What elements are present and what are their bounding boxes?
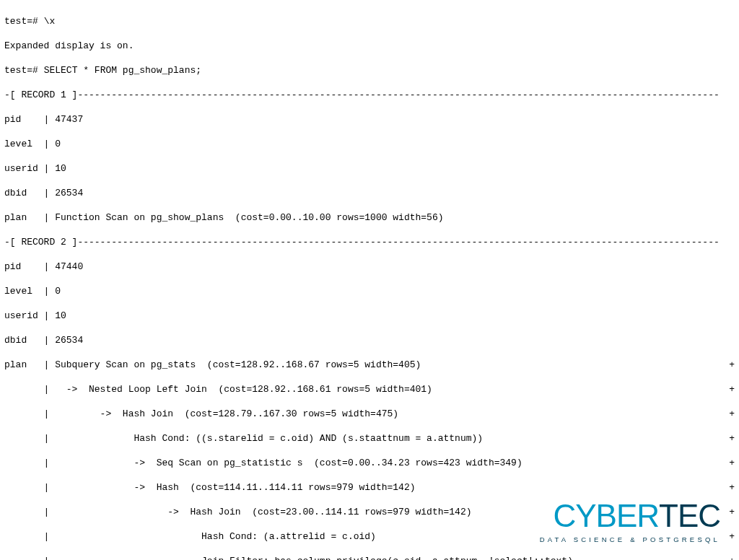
r1-plan: plan | Function Scan on pg_show_plans (c… (4, 211, 735, 224)
cmd-select: SELECT * FROM pg_show_plans; (44, 65, 201, 76)
r1-level: level | 0 (4, 138, 735, 150)
terminal-output: test=# \x Expanded display is on. test=#… (0, 0, 739, 560)
prompt: test=# (4, 16, 38, 27)
r2-userid: userid | 10 (4, 310, 735, 322)
prompt: test=# (4, 65, 38, 76)
record-1-header: -[ RECORD 1 ]---------------------------… (4, 89, 735, 101)
logo-brand: CYBERTEC (540, 500, 720, 532)
logo-brand-light: CYBER (553, 498, 659, 533)
r2-plan-02: | -> Nested Loop Left Join (cost=128.92.… (4, 383, 735, 395)
cybertec-logo: CYBERTEC DATA SCIENCE & POSTGRESQL (540, 500, 720, 546)
r2-plan-03: | -> Hash Join (cost=128.79..167.30 rows… (4, 408, 735, 420)
prompt-line[interactable]: test=# \x (4, 15, 735, 27)
cmd-x: \x (44, 16, 56, 27)
r2-plan-05: | -> Seq Scan on pg_statistic s (cost=0.… (4, 457, 735, 469)
record-2-header: -[ RECORD 2 ]---------------------------… (4, 236, 735, 248)
r2-plan-01: plan | Subquery Scan on pg_stats (cost=1… (4, 359, 735, 371)
r2-pid: pid | 47440 (4, 261, 735, 273)
logo-tagline: DATA SCIENCE & POSTGRESQL (540, 533, 720, 546)
r2-plan-04: | Hash Cond: ((s.starelid = c.oid) AND (… (4, 432, 735, 445)
expanded-msg: Expanded display is on. (4, 40, 735, 52)
r2-plan-06: | -> Hash (cost=114.11..114.11 rows=979 … (4, 481, 735, 494)
r1-dbid: dbid | 26534 (4, 187, 735, 199)
prompt-line[interactable]: test=# SELECT * FROM pg_show_plans; (4, 64, 735, 76)
r2-dbid: dbid | 26534 (4, 334, 735, 346)
r2-level: level | 0 (4, 285, 735, 297)
r1-pid: pid | 47437 (4, 113, 735, 126)
r1-userid: userid | 10 (4, 162, 735, 175)
logo-brand-dark: TEC (659, 498, 720, 533)
r2-plan-09: | Join Filter: has_column_privilege(c.oi… (4, 555, 735, 560)
